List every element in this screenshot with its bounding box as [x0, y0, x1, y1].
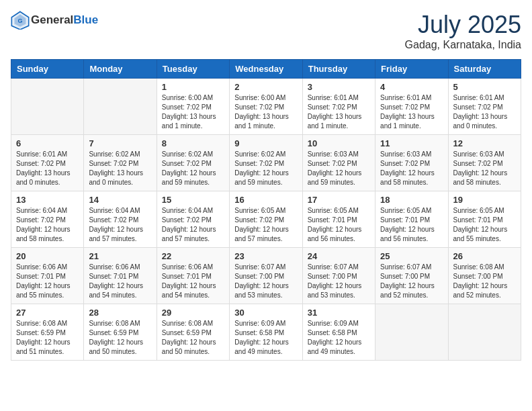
calendar-cell: 22Sunrise: 6:06 AMSunset: 7:01 PMDayligh…	[157, 248, 229, 304]
calendar-cell: 7Sunrise: 6:02 AMSunset: 7:02 PMDaylight…	[84, 135, 157, 191]
calendar-cell: 24Sunrise: 6:07 AMSunset: 7:00 PMDayligh…	[302, 248, 375, 304]
weekday-header-saturday: Saturday	[448, 60, 521, 79]
calendar-cell: 29Sunrise: 6:08 AMSunset: 6:59 PMDayligh…	[157, 304, 229, 361]
calendar-cell: 10Sunrise: 6:03 AMSunset: 7:02 PMDayligh…	[302, 135, 375, 191]
logo: G GeneralBlue	[11, 11, 98, 30]
calendar-cell: 27Sunrise: 6:08 AMSunset: 6:59 PMDayligh…	[11, 304, 84, 361]
day-info: Sunrise: 6:04 AMSunset: 7:02 PMDaylight:…	[16, 206, 79, 244]
day-info: Sunrise: 6:05 AMSunset: 7:01 PMDaylight:…	[453, 206, 516, 244]
day-number: 24	[308, 251, 370, 261]
calendar-cell: 21Sunrise: 6:06 AMSunset: 7:01 PMDayligh…	[84, 248, 157, 304]
day-number: 22	[162, 251, 224, 261]
day-info: Sunrise: 6:03 AMSunset: 7:02 PMDaylight:…	[308, 150, 370, 187]
svg-text:G: G	[17, 17, 22, 24]
calendar-cell	[11, 79, 84, 135]
day-info: Sunrise: 6:09 AMSunset: 6:58 PMDaylight:…	[308, 319, 370, 357]
calendar-cell	[448, 304, 521, 361]
day-number: 6	[16, 138, 79, 148]
day-info: Sunrise: 6:07 AMSunset: 7:00 PMDaylight:…	[380, 263, 443, 300]
calendar-week-row: 27Sunrise: 6:08 AMSunset: 6:59 PMDayligh…	[11, 304, 521, 361]
day-number: 30	[234, 308, 297, 318]
title-block: July 2025 Gadag, Karnataka, India	[405, 11, 521, 51]
day-number: 8	[162, 138, 224, 148]
day-info: Sunrise: 6:03 AMSunset: 7:02 PMDaylight:…	[380, 150, 443, 187]
day-info: Sunrise: 6:02 AMSunset: 7:02 PMDaylight:…	[89, 150, 151, 187]
day-info: Sunrise: 6:08 AMSunset: 6:59 PMDaylight:…	[89, 319, 151, 357]
day-info: Sunrise: 6:08 AMSunset: 6:59 PMDaylight:…	[162, 319, 224, 357]
calendar-cell: 1Sunrise: 6:00 AMSunset: 7:02 PMDaylight…	[157, 79, 229, 135]
day-number: 17	[308, 195, 370, 205]
day-number: 16	[234, 195, 297, 205]
day-number: 9	[234, 138, 297, 148]
day-info: Sunrise: 6:01 AMSunset: 7:02 PMDaylight:…	[308, 93, 370, 131]
weekday-header-friday: Friday	[375, 60, 448, 79]
day-info: Sunrise: 6:00 AMSunset: 7:02 PMDaylight:…	[234, 93, 297, 131]
day-info: Sunrise: 6:08 AMSunset: 6:59 PMDaylight:…	[16, 319, 79, 357]
day-info: Sunrise: 6:07 AMSunset: 7:00 PMDaylight:…	[234, 263, 297, 300]
day-number: 25	[380, 251, 443, 261]
calendar-cell	[84, 79, 157, 135]
calendar-cell: 5Sunrise: 6:01 AMSunset: 7:02 PMDaylight…	[448, 79, 521, 135]
day-info: Sunrise: 6:01 AMSunset: 7:02 PMDaylight:…	[453, 93, 516, 131]
calendar-cell: 11Sunrise: 6:03 AMSunset: 7:02 PMDayligh…	[375, 135, 448, 191]
logo-icon: G	[11, 11, 30, 30]
weekday-header-monday: Monday	[84, 60, 157, 79]
calendar-week-row: 6Sunrise: 6:01 AMSunset: 7:02 PMDaylight…	[11, 135, 521, 191]
day-number: 23	[234, 251, 297, 261]
day-info: Sunrise: 6:02 AMSunset: 7:02 PMDaylight:…	[234, 150, 297, 187]
day-number: 21	[89, 251, 151, 261]
weekday-header-row: SundayMondayTuesdayWednesdayThursdayFrid…	[11, 60, 521, 79]
day-number: 18	[380, 195, 443, 205]
calendar-cell: 31Sunrise: 6:09 AMSunset: 6:58 PMDayligh…	[302, 304, 375, 361]
calendar-cell	[375, 304, 448, 361]
day-info: Sunrise: 6:07 AMSunset: 7:00 PMDaylight:…	[308, 263, 370, 300]
day-number: 15	[162, 195, 224, 205]
calendar-cell: 17Sunrise: 6:05 AMSunset: 7:01 PMDayligh…	[302, 191, 375, 248]
day-info: Sunrise: 6:04 AMSunset: 7:02 PMDaylight:…	[162, 206, 224, 244]
day-number: 27	[16, 308, 79, 318]
day-number: 29	[162, 308, 224, 318]
day-number: 2	[234, 82, 297, 92]
weekday-header-tuesday: Tuesday	[157, 60, 229, 79]
calendar-cell: 26Sunrise: 6:08 AMSunset: 7:00 PMDayligh…	[448, 248, 521, 304]
calendar-week-row: 13Sunrise: 6:04 AMSunset: 7:02 PMDayligh…	[11, 191, 521, 248]
day-number: 13	[16, 195, 79, 205]
calendar-cell: 18Sunrise: 6:05 AMSunset: 7:01 PMDayligh…	[375, 191, 448, 248]
day-number: 4	[380, 82, 443, 92]
day-info: Sunrise: 6:00 AMSunset: 7:02 PMDaylight:…	[162, 93, 224, 131]
calendar-cell: 15Sunrise: 6:04 AMSunset: 7:02 PMDayligh…	[157, 191, 229, 248]
day-info: Sunrise: 6:05 AMSunset: 7:02 PMDaylight:…	[234, 206, 297, 244]
calendar-week-row: 20Sunrise: 6:06 AMSunset: 7:01 PMDayligh…	[11, 248, 521, 304]
calendar-cell: 6Sunrise: 6:01 AMSunset: 7:02 PMDaylight…	[11, 135, 84, 191]
weekday-header-sunday: Sunday	[11, 60, 84, 79]
day-info: Sunrise: 6:06 AMSunset: 7:01 PMDaylight:…	[89, 263, 151, 300]
day-info: Sunrise: 6:06 AMSunset: 7:01 PMDaylight:…	[16, 263, 79, 300]
day-number: 12	[453, 138, 516, 148]
calendar-cell: 9Sunrise: 6:02 AMSunset: 7:02 PMDaylight…	[230, 135, 302, 191]
day-info: Sunrise: 6:01 AMSunset: 7:02 PMDaylight:…	[16, 150, 79, 187]
page-header: G GeneralBlue July 2025 Gadag, Karnataka…	[11, 11, 521, 51]
day-number: 11	[380, 138, 443, 148]
calendar-cell: 8Sunrise: 6:02 AMSunset: 7:02 PMDaylight…	[157, 135, 229, 191]
calendar-cell: 30Sunrise: 6:09 AMSunset: 6:58 PMDayligh…	[230, 304, 302, 361]
day-number: 19	[453, 195, 516, 205]
calendar-cell: 12Sunrise: 6:03 AMSunset: 7:02 PMDayligh…	[448, 135, 521, 191]
day-info: Sunrise: 6:04 AMSunset: 7:02 PMDaylight:…	[89, 206, 151, 244]
calendar-cell: 3Sunrise: 6:01 AMSunset: 7:02 PMDaylight…	[302, 79, 375, 135]
calendar-cell: 16Sunrise: 6:05 AMSunset: 7:02 PMDayligh…	[230, 191, 302, 248]
location-subtitle: Gadag, Karnataka, India	[405, 39, 521, 51]
day-number: 1	[162, 82, 224, 92]
day-info: Sunrise: 6:01 AMSunset: 7:02 PMDaylight:…	[380, 93, 443, 131]
logo-text: GeneralBlue	[31, 13, 98, 27]
day-info: Sunrise: 6:05 AMSunset: 7:01 PMDaylight:…	[308, 206, 370, 244]
day-info: Sunrise: 6:09 AMSunset: 6:58 PMDaylight:…	[234, 319, 297, 357]
day-number: 3	[308, 82, 370, 92]
day-number: 7	[89, 138, 151, 148]
calendar-cell: 19Sunrise: 6:05 AMSunset: 7:01 PMDayligh…	[448, 191, 521, 248]
day-number: 14	[89, 195, 151, 205]
day-info: Sunrise: 6:06 AMSunset: 7:01 PMDaylight:…	[162, 263, 224, 300]
day-number: 28	[89, 308, 151, 318]
day-info: Sunrise: 6:05 AMSunset: 7:01 PMDaylight:…	[380, 206, 443, 244]
weekday-header-thursday: Thursday	[302, 60, 375, 79]
calendar-cell: 23Sunrise: 6:07 AMSunset: 7:00 PMDayligh…	[230, 248, 302, 304]
